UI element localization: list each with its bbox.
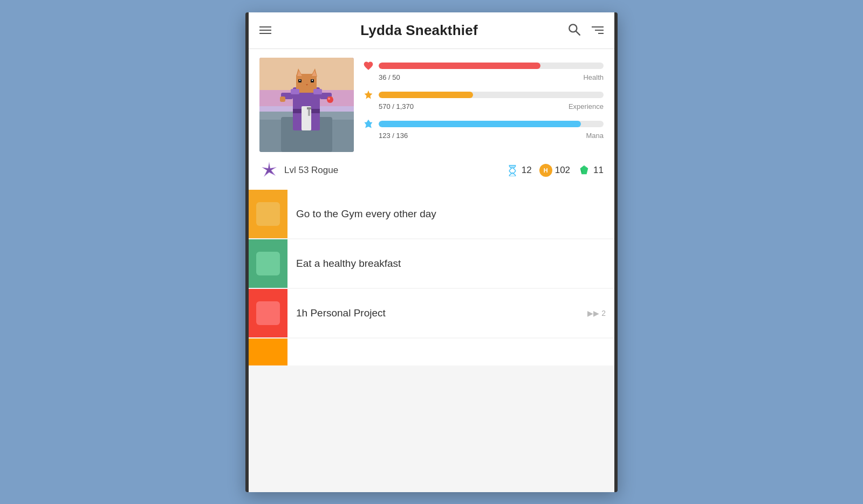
character-stats: 36 / 50 Health — [362, 58, 604, 140]
gem-icon — [578, 164, 591, 177]
svg-line-1 — [576, 31, 580, 35]
task-item[interactable]: Eat a healthy breakfast — [249, 239, 614, 288]
hourglass-icon — [506, 164, 519, 177]
mana-bar-fill — [379, 121, 581, 127]
gold-currency: H 102 — [539, 164, 570, 177]
rogue-class-icon — [259, 161, 279, 180]
task-title: 1h Personal Project — [296, 307, 579, 319]
experience-bar — [379, 92, 604, 98]
streak-count: 2 — [601, 309, 606, 317]
task-item[interactable]: 1h Personal Project ▶▶ 2 — [249, 289, 614, 337]
health-bar-fill — [379, 63, 540, 69]
mana-bar — [379, 121, 604, 127]
task-icon-placeholder — [256, 252, 280, 275]
coin-icon: H — [539, 164, 552, 177]
task-color-bar — [249, 289, 287, 337]
character-bottom: Lvl 53 Rogue 12 H — [259, 157, 604, 183]
task-icon-placeholder — [256, 202, 280, 226]
task-item[interactable]: Go to the Gym every other day — [249, 190, 614, 238]
task-content: 1h Personal Project — [287, 289, 587, 337]
mana-value: 123 / 136 — [379, 132, 408, 140]
gem-value: 11 — [593, 165, 604, 176]
svg-rect-21 — [280, 96, 285, 102]
character-class: Lvl 53 Rogue — [259, 161, 338, 180]
task-meta: ▶▶ 2 — [587, 289, 614, 337]
gold-value: 102 — [555, 165, 570, 176]
health-value: 36 / 50 — [379, 73, 400, 81]
svg-rect-30 — [307, 107, 311, 109]
task-content: Eat a healthy breakfast — [287, 239, 614, 288]
currency-row: 12 H 102 11 — [506, 164, 604, 177]
task-content — [287, 339, 614, 365]
page-title: Lydda Sneakthief — [360, 22, 478, 39]
header-icons — [567, 22, 604, 38]
experience-bar-fill — [379, 92, 473, 98]
experience-stat: 570 / 1,370 Experience — [362, 89, 604, 111]
svg-rect-26 — [291, 89, 299, 94]
svg-rect-17 — [312, 80, 313, 81]
health-bar — [379, 63, 604, 69]
header: Lydda Sneakthief — [249, 12, 614, 49]
mana-icon — [362, 118, 374, 130]
hourglass-value: 12 — [522, 165, 532, 176]
task-title: Eat a healthy breakfast — [296, 258, 606, 270]
character-avatar — [259, 58, 354, 152]
task-color-bar — [249, 339, 287, 365]
experience-label: Experience — [569, 102, 604, 111]
phone-frame: Lydda Sneakthief — [245, 12, 618, 492]
character-section: 36 / 50 Health — [249, 49, 614, 190]
task-list: Go to the Gym every other day Eat a heal… — [249, 190, 614, 492]
svg-rect-27 — [313, 89, 322, 94]
gem-currency: 11 — [578, 164, 604, 177]
svg-point-23 — [327, 96, 333, 103]
task-content: Go to the Gym every other day — [287, 190, 614, 238]
health-label: Health — [583, 73, 604, 81]
streak-arrows-icon: ▶▶ — [587, 309, 599, 317]
class-label: Lvl 53 Rogue — [284, 165, 338, 176]
hourglass-currency: 12 — [506, 164, 532, 177]
search-button[interactable] — [567, 22, 581, 38]
svg-point-24 — [328, 98, 330, 100]
svg-rect-16 — [299, 80, 300, 81]
menu-button[interactable] — [259, 26, 271, 34]
task-color-bar — [249, 239, 287, 288]
mana-label: Mana — [586, 132, 604, 140]
experience-icon — [362, 89, 374, 101]
filter-button[interactable] — [592, 26, 604, 34]
task-icon-placeholder — [256, 301, 280, 325]
mana-stat: 123 / 136 Mana — [362, 118, 604, 140]
task-item[interactable] — [249, 339, 614, 365]
experience-value: 570 / 1,370 — [379, 102, 414, 111]
task-color-bar — [249, 190, 287, 238]
task-title: Go to the Gym every other day — [296, 208, 606, 220]
character-top: 36 / 50 Health — [259, 58, 604, 152]
health-stat: 36 / 50 Health — [362, 60, 604, 81]
health-icon — [362, 60, 374, 72]
